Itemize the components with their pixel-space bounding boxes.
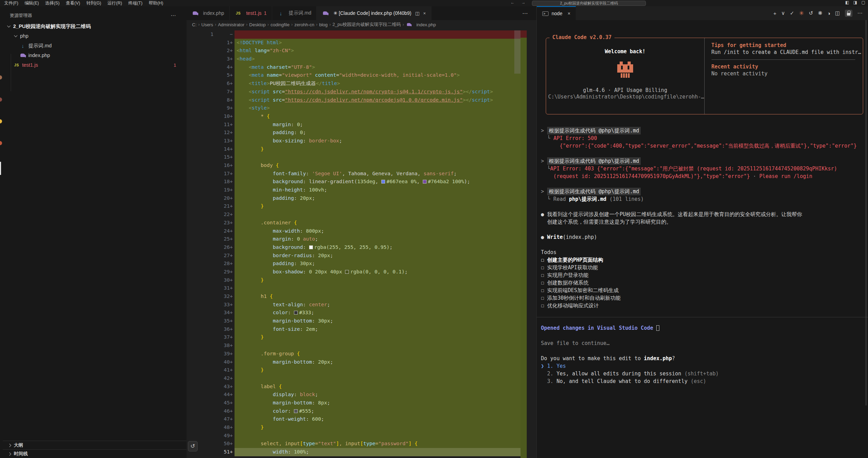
breadcrumb-item[interactable]: C: bbox=[192, 22, 197, 27]
tree-item-提示词.md[interactable]: ↓提示词.md bbox=[3, 41, 187, 50]
code-line[interactable]: 36+ font-size: 2em; bbox=[187, 325, 536, 334]
code-line[interactable]: 6+ <title>PU校园二维码生成器</title> bbox=[187, 80, 536, 88]
breadcrumb-item[interactable]: 2_pu校园逆向破解实现字段二维码 bbox=[333, 21, 401, 28]
editor-tab-提示词.md[interactable]: ↓提示词.md bbox=[272, 6, 317, 20]
code-line[interactable]: 23+ .container { bbox=[187, 219, 536, 227]
terminal-line[interactable]: 2. Yes, allow all edits during this sess… bbox=[541, 370, 868, 377]
code-line[interactable]: 12+ padding: 0; bbox=[187, 129, 536, 137]
code-line[interactable]: 38+ bbox=[187, 342, 536, 350]
code-line[interactable]: 13+ box-sizing: border-box; bbox=[187, 137, 536, 145]
code-line[interactable]: 40+ margin-bottom: 20px; bbox=[187, 358, 536, 366]
split-editor-icon[interactable]: ◫ bbox=[415, 11, 419, 16]
activity-icon-partial[interactable] bbox=[0, 75, 2, 80]
code-line[interactable]: 19+ min-height: 100vh; bbox=[187, 186, 536, 194]
claude-spark-icon[interactable]: ✳ bbox=[799, 10, 804, 17]
code-line[interactable]: 1− bbox=[187, 30, 536, 39]
code-line[interactable]: 22+ bbox=[187, 211, 536, 219]
diff-editor[interactable]: 1−1+<!DOCTYPE html>2+<html lang="zh-CN">… bbox=[187, 29, 536, 458]
terminal-line[interactable]: Do you want to make this edit to index.p… bbox=[541, 355, 868, 362]
toggle-panel-icon[interactable]: ◨ bbox=[853, 0, 857, 5]
close-tab-icon[interactable]: × bbox=[423, 11, 426, 16]
toggle-sidebar-icon[interactable]: ◧ bbox=[845, 0, 849, 5]
code-line[interactable]: 46+ color: #555; bbox=[187, 407, 536, 415]
breadcrumb-item[interactable]: index.php bbox=[416, 22, 436, 27]
editor-tab-test1.js[interactable]: JStest1.js1 bbox=[230, 6, 272, 20]
sidebar-section-大纲[interactable]: 大纲 bbox=[3, 441, 187, 449]
editor-scrollbar[interactable] bbox=[514, 30, 521, 74]
terminal-close-icon[interactable]: × bbox=[567, 11, 570, 16]
terminal-line[interactable]: 3. No, and tell Claude what to do differ… bbox=[541, 377, 868, 385]
revert-change-button[interactable]: ↺ bbox=[188, 441, 198, 451]
code-line[interactable]: 11+ margin: 0; bbox=[187, 121, 536, 129]
menu-编辑E[interactable]: 编辑(E) bbox=[25, 0, 39, 6]
code-line[interactable]: 39+ .form-group { bbox=[187, 350, 536, 358]
code-line[interactable]: 10+ * { bbox=[187, 112, 536, 121]
customize-layout-icon[interactable]: ▢ bbox=[861, 0, 865, 5]
breadcrumb-item[interactable]: codingfile bbox=[270, 22, 289, 27]
code-line[interactable]: 2+<html lang="zh-CN"> bbox=[187, 47, 536, 55]
terminal-tab-node[interactable]: >_ node × bbox=[537, 6, 576, 20]
code-line[interactable]: 45+ margin-bottom: 8px; bbox=[187, 399, 536, 407]
code-line[interactable]: 15+ bbox=[187, 153, 536, 161]
check-icon[interactable]: ✓ bbox=[790, 10, 794, 16]
explorer-more-actions-icon[interactable]: ⋯ bbox=[171, 12, 176, 19]
code-line[interactable]: 43+ label { bbox=[187, 383, 536, 391]
code-line[interactable]: 27+ border-radius: 20px; bbox=[187, 252, 536, 260]
code-line[interactable]: 25+ margin: 0 auto; bbox=[187, 235, 536, 243]
code-line[interactable]: 37+ } bbox=[187, 333, 536, 342]
terminal-scrollbar[interactable] bbox=[865, 20, 867, 405]
split-terminal-icon[interactable]: ◫ bbox=[835, 10, 840, 16]
tree-item-php[interactable]: php bbox=[3, 31, 187, 41]
terminal-line[interactable]: ❯ 1. Yes bbox=[541, 362, 868, 370]
code-line[interactable]: 51+ width: 100%; bbox=[187, 448, 536, 456]
breadcrumb-item[interactable]: Users bbox=[201, 22, 213, 27]
code-line[interactable]: 1+<!DOCTYPE html> bbox=[187, 39, 536, 47]
code-line[interactable]: 49+ bbox=[187, 432, 536, 440]
activity-icon-partial[interactable] bbox=[0, 141, 2, 145]
code-line[interactable]: 42+ bbox=[187, 374, 536, 383]
menu-帮助H[interactable]: 帮助(H) bbox=[149, 0, 163, 6]
code-line[interactable]: 21+ } bbox=[187, 202, 536, 211]
activity-icon-partial[interactable] bbox=[0, 97, 2, 102]
code-line[interactable]: 18+ background: linear-gradient(135deg, … bbox=[187, 178, 536, 186]
code-line[interactable]: 33+ text-align: center; bbox=[187, 301, 536, 309]
code-line[interactable]: 5+ <meta name="viewport" content="width=… bbox=[187, 71, 536, 80]
code-line[interactable]: 47+ font-weight: 600; bbox=[187, 415, 536, 423]
editor-tab-✳ [Claude Code] index.php (0f40b9)[interactable]: ✳ [Claude Code] index.php (0f40b9)◫× bbox=[317, 6, 431, 20]
menu-转到G[interactable]: 转到(G) bbox=[86, 0, 101, 6]
flower-icon[interactable]: ❋ bbox=[818, 10, 822, 16]
breadcrumb-item[interactable]: zerohh-cn bbox=[294, 22, 314, 27]
tree-item-test1.js[interactable]: JStest1.js1 bbox=[3, 60, 187, 70]
tree-item-index.php[interactable]: index.php bbox=[3, 50, 187, 60]
menu-运行R[interactable]: 运行(R) bbox=[107, 0, 122, 6]
code-line[interactable]: 28+ padding: 30px; bbox=[187, 260, 536, 268]
code-line[interactable]: 16+ body { bbox=[187, 161, 536, 170]
code-line[interactable]: 50+ select, input[type="text"], input[ty… bbox=[187, 440, 536, 448]
breadcrumb-item[interactable]: Desktop bbox=[249, 22, 266, 27]
half-circle-icon[interactable]: ◑ bbox=[827, 10, 830, 16]
menu-选择S[interactable]: 选择(S) bbox=[45, 0, 60, 6]
menu-查看V[interactable]: 查看(V) bbox=[66, 0, 80, 6]
terminal-dropdown-icon[interactable]: ∨ bbox=[781, 10, 785, 16]
code-line[interactable]: 7+ <script src="https://cdn.jsdelivr.net… bbox=[187, 88, 536, 96]
history-nav-arrows[interactable]: ← → bbox=[511, 0, 528, 5]
code-line[interactable]: 31+ bbox=[187, 284, 536, 292]
editor-more-actions-icon[interactable]: ⋯ bbox=[522, 6, 536, 20]
code-line[interactable]: 26+ background: rgba(255, 255, 255, 0.95… bbox=[187, 243, 536, 252]
sidebar-section-时间线[interactable]: 时间线 bbox=[3, 449, 187, 458]
tree-item-2_PU校园逆向破解实现字段二维码[interactable]: 2_PU校园逆向破解实现字段二维码 bbox=[3, 21, 187, 31]
menu-终端T[interactable]: 终端(T) bbox=[128, 0, 142, 6]
more-actions-icon[interactable]: ⋯ bbox=[857, 10, 862, 16]
code-line[interactable]: 20+ padding: 20px; bbox=[187, 194, 536, 203]
code-line[interactable]: 4+ <meta charset="UTF-8"> bbox=[187, 63, 536, 72]
command-center-search[interactable]: 2_pu校园逆向破解实现字段二维码 bbox=[532, 1, 646, 6]
new-terminal-icon[interactable]: + bbox=[773, 10, 776, 16]
code-line[interactable]: 9+ <style> bbox=[187, 104, 536, 112]
code-line[interactable]: 32+ h1 { bbox=[187, 292, 536, 301]
lock-icon[interactable] bbox=[845, 10, 852, 17]
code-line[interactable]: 24+ max-width: 800px; bbox=[187, 227, 536, 235]
code-line[interactable]: 41+ } bbox=[187, 366, 536, 374]
code-line[interactable]: 8+ <script src="https://cdn.jsdelivr.net… bbox=[187, 96, 536, 104]
undo-icon[interactable]: ↺ bbox=[809, 10, 813, 16]
editor-tab-index.php[interactable]: index.php bbox=[187, 6, 230, 20]
